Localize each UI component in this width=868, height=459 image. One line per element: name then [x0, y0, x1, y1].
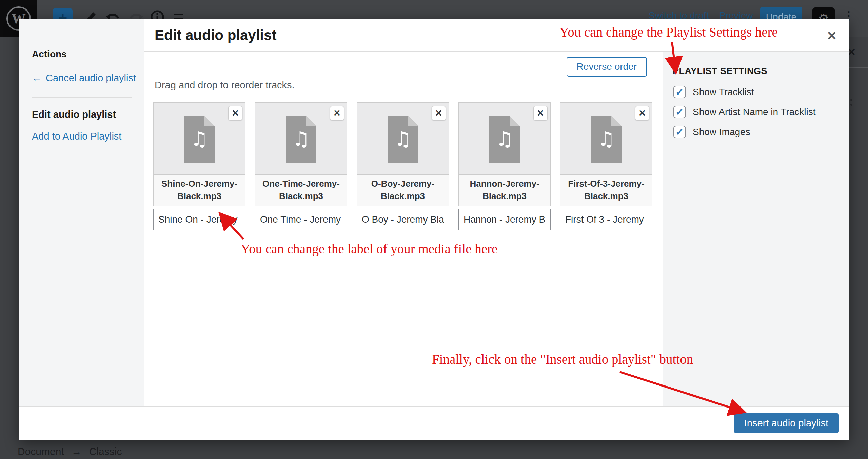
checkbox-checked-icon[interactable]: ✓	[673, 86, 686, 98]
annotation-label-note: You can change the label of your media f…	[241, 241, 497, 256]
checkbox-checked-icon[interactable]: ✓	[673, 126, 686, 138]
track-filename: One-Time-Jeremy-Black.mp3	[255, 174, 347, 206]
audio-file-icon: ♫	[286, 116, 316, 163]
track-filename: Shine-On-Jeremy-Black.mp3	[154, 174, 245, 206]
actions-sidebar: Actions ← Cancel audio playlist Edit aud…	[19, 19, 144, 440]
show-tracklist-option[interactable]: ✓ Show Tracklist	[673, 86, 754, 98]
audio-file-icon: ♫	[591, 116, 622, 163]
modal-footer: Insert audio playlist	[19, 406, 849, 440]
track-filename: Hannon-Jeremy-Black.mp3	[459, 174, 550, 206]
audio-file-icon: ♫	[388, 116, 418, 163]
drag-drop-hint: Drag and drop to reorder tracks.	[155, 80, 295, 91]
sidebar-divider	[32, 97, 132, 98]
track-label-input[interactable]	[255, 209, 347, 230]
checkbox-checked-icon[interactable]: ✓	[673, 106, 686, 118]
music-note-icon: ♫	[591, 127, 622, 150]
track-label-input[interactable]	[458, 209, 551, 230]
editor-footer-strip	[0, 440, 868, 459]
annotation-insert-note: Finally, click on the "Insert audio play…	[432, 352, 693, 367]
annotation-playlist-settings: You can change the Playlist Settings her…	[559, 24, 778, 40]
reverse-order-button[interactable]: Reverse order	[567, 57, 647, 77]
remove-icon: ✕	[435, 108, 442, 118]
modal-close-button[interactable]: ✕	[824, 28, 839, 43]
remove-icon: ✕	[537, 108, 544, 118]
track-filename: O-Boy-Jeremy-Black.mp3	[357, 174, 449, 206]
remove-track-button[interactable]: ✕	[533, 106, 548, 120]
sidebar-dot	[850, 99, 852, 101]
sidebar-item-add-to-audio-playlist[interactable]: Add to Audio Playlist	[32, 131, 121, 142]
actions-heading: Actions	[32, 49, 67, 60]
remove-icon: ✕	[232, 108, 239, 118]
remove-track-button[interactable]: ✕	[330, 106, 344, 120]
track-card[interactable]: ✕ ♫ Hannon-Jeremy-Black.mp3	[458, 102, 551, 230]
remove-track-button[interactable]: ✕	[432, 106, 446, 120]
track-label-input[interactable]	[153, 209, 245, 230]
sidebar-tab-divider	[849, 67, 868, 68]
close-icon: ✕	[827, 29, 837, 43]
edit-audio-playlist-modal: Actions ← Cancel audio playlist Edit aud…	[19, 19, 849, 440]
show-artist-name-option[interactable]: ✓ Show Artist Name in Tracklist	[673, 106, 816, 118]
music-note-icon: ♫	[286, 127, 316, 150]
breadcrumb-classic[interactable]: Classic	[89, 446, 122, 457]
remove-track-button[interactable]: ✕	[635, 106, 649, 120]
cancel-audio-playlist-link[interactable]: ← Cancel audio playlist	[32, 72, 136, 84]
audio-file-icon: ♫	[184, 116, 215, 163]
audio-file-icon: ♫	[489, 116, 520, 163]
track-filename: First-Of-3-Jeremy-Black.mp3	[560, 174, 652, 206]
music-note-icon: ♫	[489, 127, 520, 150]
music-note-icon: ♫	[184, 127, 215, 150]
track-card[interactable]: ✕ ♫ First-Of-3-Jeremy-Black.mp3	[560, 102, 652, 230]
insert-audio-playlist-button[interactable]: Insert audio playlist	[734, 413, 839, 433]
remove-icon: ✕	[333, 108, 341, 118]
sidebar-item-edit-audio-playlist[interactable]: Edit audio playlist	[32, 109, 116, 120]
screen: W + Switch to draft Preview Update ⚙ ⋮ ✕…	[0, 0, 868, 459]
modal-title: Edit audio playlist	[155, 27, 276, 43]
back-arrow-icon: ←	[32, 72, 42, 84]
sidebar-dot	[850, 104, 852, 106]
track-card[interactable]: ✕ ♫ O-Boy-Jeremy-Black.mp3	[357, 102, 449, 230]
remove-track-button[interactable]: ✕	[228, 106, 242, 120]
remove-icon: ✕	[638, 108, 646, 118]
track-list: ✕ ♫ Shine-On-Jeremy-Black.mp3	[153, 102, 652, 230]
track-label-input[interactable]	[357, 209, 449, 230]
breadcrumb-document[interactable]: Document	[18, 446, 64, 457]
music-note-icon: ♫	[388, 127, 418, 150]
track-label-input[interactable]	[560, 209, 652, 230]
playlist-settings-heading: PLAYLIST SETTINGS	[673, 66, 767, 77]
show-images-option[interactable]: ✓ Show Images	[673, 126, 750, 138]
track-card[interactable]: ✕ ♫ Shine-On-Jeremy-Black.mp3	[153, 102, 245, 230]
breadcrumb-arrow-icon: →	[72, 446, 82, 457]
breadcrumb: Document → Classic	[18, 446, 122, 457]
track-card[interactable]: ✕ ♫ One-Time-Jeremy-Black.mp3	[255, 102, 347, 230]
